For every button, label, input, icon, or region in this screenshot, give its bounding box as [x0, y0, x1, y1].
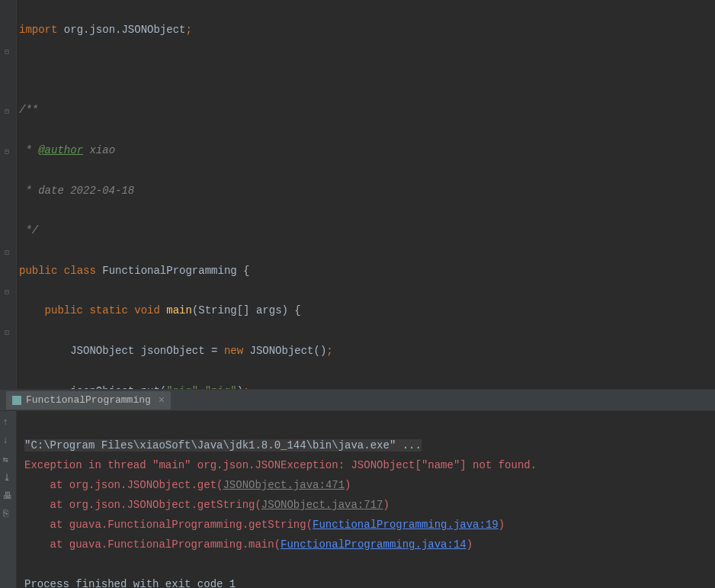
command-line: "C:\Program Files\xiaoSoft\Java\jdk1.8.0…	[24, 439, 422, 451]
fold-icon[interactable]: ⊡	[5, 328, 12, 336]
console-toolbar: ↑ ↓ ⇆ ⤓ 🖶 ⎘	[0, 411, 17, 588]
process-exit-line: Process finished with exit code 1	[24, 578, 236, 588]
javadoc-close: */	[19, 224, 38, 236]
console-tab-label: FunctionalProgramming	[26, 394, 151, 406]
javadoc-date: * date 2022-04-18	[19, 185, 134, 197]
javadoc-author-tag: @author	[38, 144, 83, 156]
fold-icon[interactable]: ⊟	[5, 147, 12, 155]
keyword-import: import	[19, 24, 57, 36]
javadoc-author-name: xiao	[83, 144, 115, 156]
fold-icon[interactable]: ⊟	[5, 288, 12, 295]
stacktrace-link[interactable]: FunctionalProgramming.java:19	[313, 519, 499, 531]
fold-icon[interactable]: ⊟	[5, 107, 12, 114]
stacktrace-link[interactable]: FunctionalProgramming.java:14	[281, 538, 467, 551]
run-console-panel: FunctionalProgramming × ↑ ↓ ⇆ ⤓ 🖶 ⎘ "C:\…	[0, 389, 715, 588]
clear-icon[interactable]: ⎘	[3, 509, 14, 519]
console-tab-bar: FunctionalProgramming ×	[0, 390, 715, 411]
code-editor[interactable]: ⊟ ⊟ ⊟ ⊡ ⊟ ⊡ import org.json.JSONObject; …	[0, 0, 715, 389]
class-name: FunctionalProgramming	[102, 265, 236, 277]
stacktrace-link[interactable]: JSONObject.java:471	[223, 479, 345, 491]
exception-line: Exception in thread "main" org.json.JSON…	[24, 459, 537, 471]
fold-icon[interactable]: ⊟	[5, 47, 12, 55]
scroll-icon[interactable]: ⤓	[3, 472, 14, 483]
javadoc-open: /**	[19, 104, 38, 116]
stacktrace-link[interactable]: JSONObject.java:717	[261, 499, 383, 511]
down-icon[interactable]: ↓	[3, 435, 14, 446]
fold-icon[interactable]: ⊡	[5, 248, 12, 255]
close-icon[interactable]: ×	[159, 394, 165, 406]
code-content[interactable]: import org.json.JSONObject; /** * @autho…	[0, 0, 715, 389]
editor-gutter: ⊟ ⊟ ⊟ ⊡ ⊟ ⊡	[0, 0, 17, 389]
console-output[interactable]: "C:\Program Files\xiaoSoft\Java\jdk1.8.0…	[17, 411, 715, 588]
import-package: org.json.JSONObject	[64, 24, 186, 36]
keyword-class: class	[64, 265, 96, 277]
method-main: main	[166, 304, 192, 316]
run-config-icon	[12, 396, 21, 405]
keyword-public: public	[19, 265, 57, 277]
wrap-icon[interactable]: ⇆	[3, 454, 14, 464]
print-icon[interactable]: 🖶	[3, 490, 14, 501]
up-icon[interactable]: ↑	[3, 417, 14, 428]
console-tab[interactable]: FunctionalProgramming ×	[6, 391, 171, 410]
